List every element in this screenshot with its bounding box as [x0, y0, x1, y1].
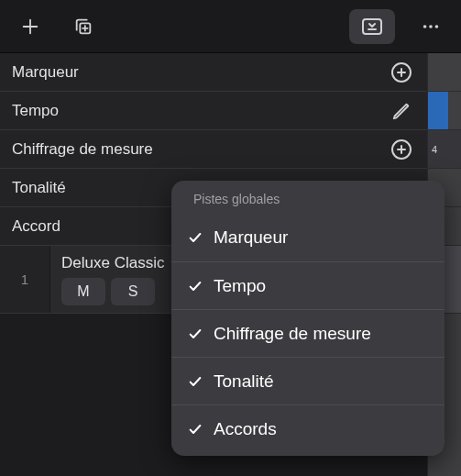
row-chiffrage[interactable]: Chiffrage de mesure: [0, 130, 427, 169]
check-icon: [188, 279, 203, 293]
solo-button[interactable]: S: [111, 278, 155, 305]
popup-item-tonalite[interactable]: Tonalité: [171, 357, 445, 404]
duplicate-button[interactable]: [66, 9, 101, 44]
global-tracks-popup: Pistes globales Marqueur Tempo Chiffrage…: [171, 181, 445, 456]
check-icon: [188, 374, 203, 389]
edit-icon[interactable]: [389, 98, 414, 124]
plus-circle-icon[interactable]: [389, 137, 414, 162]
row-marqueur[interactable]: Marqueur: [0, 53, 427, 92]
sliver-marqueur: [428, 53, 461, 92]
row-label: Chiffrage de mesure: [12, 140, 389, 159]
popup-item-marqueur[interactable]: Marqueur: [171, 214, 445, 261]
popup-item-label: Accords: [214, 419, 277, 439]
toolbar: [0, 0, 461, 53]
popup-item-label: Tonalité: [214, 371, 274, 392]
row-tempo[interactable]: Tempo: [0, 92, 427, 130]
popup-item-label: Marqueur: [214, 227, 288, 248]
popup-item-label: Tempo: [214, 276, 266, 296]
check-icon: [188, 327, 203, 341]
popup-item-tempo[interactable]: Tempo: [171, 261, 445, 309]
more-button[interactable]: [413, 9, 448, 44]
check-icon: [188, 422, 203, 437]
popup-item-label: Chiffrage de mesure: [214, 324, 371, 344]
sliver-chiffrage: 4: [428, 130, 461, 169]
svg-point-7: [423, 25, 427, 28]
row-label: Marqueur: [12, 63, 389, 82]
plus-circle-icon[interactable]: [389, 60, 414, 85]
row-label: Tempo: [12, 102, 389, 120]
svg-point-9: [435, 25, 439, 28]
popup-item-chiffrage[interactable]: Chiffrage de mesure: [171, 309, 445, 357]
sliver-tempo: [428, 92, 461, 130]
collapse-panel-button[interactable]: [349, 9, 395, 44]
popup-item-accords[interactable]: Accords: [171, 404, 445, 452]
check-icon: [188, 230, 203, 245]
track-number: 1: [0, 246, 50, 313]
svg-point-8: [429, 25, 433, 28]
mute-button[interactable]: M: [61, 278, 105, 305]
add-button[interactable]: [13, 9, 48, 44]
popup-title: Pistes globales: [171, 181, 445, 214]
